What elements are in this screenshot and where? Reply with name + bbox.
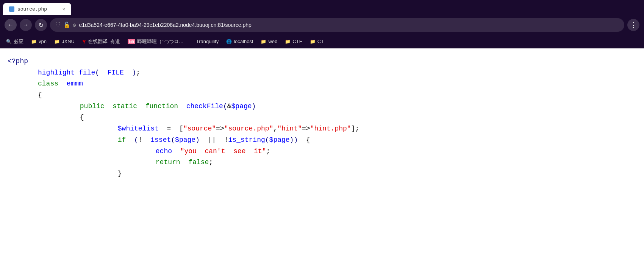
bookmark-label: localhost	[234, 39, 253, 44]
code-token: isset	[150, 136, 171, 144]
bookmark-label: 在线翻译_有道	[88, 38, 120, 45]
code-token: =	[167, 125, 171, 132]
code-token: checkFile	[186, 102, 223, 110]
code-token: (	[95, 69, 99, 76]
tab-close-button[interactable]: ✕	[63, 6, 65, 12]
folder-icon: 📁	[310, 39, 316, 44]
bookmark-label: Tranquility	[196, 39, 219, 44]
shield-icon: 🛡	[55, 22, 61, 28]
globe-icon: 🌐	[226, 39, 232, 44]
code-token: ;	[209, 158, 213, 166]
code-token: __FILE__	[99, 69, 132, 76]
bookmark-localhost[interactable]: 🌐 localhost	[223, 37, 256, 46]
code-token: =>	[302, 125, 310, 132]
bookmark-vpn[interactable]: 📁 vpn	[28, 37, 50, 46]
code-token: emmm	[67, 80, 83, 87]
code-token	[105, 102, 113, 110]
code-token: static	[113, 102, 137, 110]
code-token: "you can't see it"	[180, 147, 266, 155]
code-token: &	[227, 102, 231, 110]
code-line-6: $whitelist = ["source"=>"source.php","hi…	[8, 123, 644, 135]
url-text: e1d3a524-e667-4fa0-ba94-29c1eb2208a2.nod…	[79, 22, 251, 28]
code-token: highlight_file	[38, 69, 95, 76]
bookmark-jxnu[interactable]: 📁 JXNU	[51, 37, 78, 46]
code-token: ;	[266, 147, 270, 155]
code-token: }	[118, 170, 122, 177]
code-token: {	[38, 91, 42, 99]
code-token: $page	[231, 102, 252, 110]
code-token: public	[80, 102, 105, 110]
code-token	[142, 136, 151, 144]
code-token	[178, 102, 186, 110]
code-token: "source.php"	[224, 125, 274, 132]
code-token: "source"	[183, 125, 216, 132]
bookmark-label: JXNU	[62, 39, 75, 44]
code-token	[58, 80, 67, 87]
code-token: false	[188, 158, 209, 166]
code-line-5: {	[8, 112, 644, 123]
code-token: (	[134, 136, 138, 144]
code-token: $page	[269, 136, 290, 144]
back-button[interactable]: ←	[5, 19, 17, 31]
code-token: ))	[290, 136, 298, 144]
bookmark-divider	[190, 38, 190, 45]
code-token	[298, 136, 306, 144]
code-token: $whitelist	[118, 125, 159, 132]
forward-button[interactable]: →	[20, 19, 32, 31]
code-token: "hint.php"	[310, 125, 351, 132]
refresh-button[interactable]: ↻	[35, 19, 47, 31]
code-token: function	[145, 102, 178, 110]
code-token: "hint"	[277, 125, 302, 132]
tab-label: source.php	[17, 6, 47, 12]
code-token: (	[265, 136, 269, 144]
code-token: echo	[156, 147, 172, 155]
address-bar[interactable]: 🛡 🔓 ⚙ e1d3a524-e667-4fa0-ba94-29c1eb2208…	[50, 18, 624, 32]
bookmark-youdao[interactable]: Y 在线翻译_有道	[79, 37, 123, 47]
code-line-7: if (! isset($page) || !is_string($page))…	[8, 135, 644, 146]
bookmark-bilibili[interactable]: bili 哔哩哔哩（°-°)つロ…	[125, 37, 187, 47]
code-line-3: {	[8, 90, 644, 101]
code-token: (	[223, 102, 227, 110]
bookmark-web[interactable]: 📁 web	[258, 37, 280, 46]
code-token: ;	[136, 69, 140, 76]
bookmark-ct[interactable]: 📁 CT	[307, 37, 327, 46]
bookmark-tranquility[interactable]: Tranquility	[193, 37, 222, 46]
nav-bar: ← → ↻ 🛡 🔓 ⚙ e1d3a524-e667-4fa0-ba94-29c1…	[0, 15, 644, 35]
php-open-tag: <?php	[8, 56, 644, 67]
code-token	[180, 158, 189, 166]
bookmark-label: CT	[317, 39, 324, 44]
bookmark-label: 必应	[14, 38, 23, 45]
menu-button[interactable]: ⋮	[627, 19, 639, 31]
code-token	[137, 102, 145, 110]
security-icons: 🛡 🔓 ⚙	[55, 22, 76, 29]
bookmark-label: web	[268, 39, 277, 44]
search-icon: 🔍	[6, 39, 12, 44]
bookmark-biying[interactable]: 🔍 必应	[3, 37, 27, 47]
code-token: )	[195, 136, 200, 144]
tab-favicon	[9, 6, 14, 12]
youdao-icon: Y	[82, 38, 86, 45]
bookmark-ctf[interactable]: 📁 CTF	[282, 37, 305, 46]
code-line-2: class emmm	[8, 78, 644, 90]
code-line-10: }	[8, 168, 644, 180]
active-tab[interactable]: source.php ✕	[3, 3, 71, 15]
code-token: !	[138, 136, 142, 144]
code-token: {	[80, 113, 84, 121]
code-token	[159, 125, 167, 132]
bookmark-label: CTF	[292, 39, 302, 44]
code-token: $page	[175, 136, 195, 144]
browser-window: source.php ✕ ← → ↻ 🛡 🔓 ⚙ e1d3a524-e667-4…	[0, 0, 644, 253]
page-content: <?php highlight_file(__FILE__); class em…	[0, 48, 644, 253]
code-token: ||	[208, 136, 216, 144]
tab-bar: source.php ✕	[0, 0, 644, 15]
bookmark-label: vpn	[39, 39, 47, 44]
code-token: ];	[351, 125, 360, 132]
folder-icon: 📁	[54, 39, 60, 44]
code-token: {	[306, 136, 310, 144]
bookmarks-bar: 🔍 必应 📁 vpn 📁 JXNU Y 在线翻译_有道 bili 哔哩哔哩（°-…	[0, 35, 644, 48]
code-token: =>	[216, 125, 224, 132]
code-token: ,	[273, 125, 277, 132]
code-token: )	[252, 102, 256, 110]
code-token: return	[156, 158, 180, 166]
code-token	[200, 136, 208, 144]
